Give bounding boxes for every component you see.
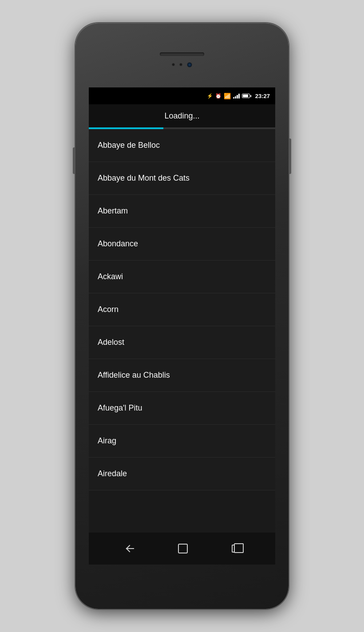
- list-item-label: Abbaye du Mont des Cats: [98, 174, 190, 183]
- loading-bar-filled: [89, 127, 163, 129]
- list-item[interactable]: Airag: [89, 425, 275, 458]
- phone-top-bezel: [75, 23, 289, 87]
- battery-icon: [242, 94, 251, 98]
- bluetooth-icon: [207, 93, 213, 99]
- sensor-dot: [172, 63, 175, 66]
- list-item[interactable]: Abertam: [89, 195, 275, 228]
- list-item[interactable]: Abondance: [89, 228, 275, 261]
- list-item-label: Abbaye de Belloc: [98, 141, 160, 150]
- front-camera: [187, 62, 192, 67]
- list-item-label: Adelost: [98, 338, 124, 347]
- status-icons: 📶 23:27: [207, 93, 270, 99]
- wifi-icon: 📶: [224, 93, 231, 99]
- speaker-grill: [160, 52, 204, 56]
- list-item[interactable]: Abbaye de Belloc: [89, 129, 275, 162]
- list-item-label: Airedale: [98, 469, 127, 478]
- list-item[interactable]: Acorn: [89, 293, 275, 326]
- list-item-label: Abertam: [98, 206, 128, 216]
- list-item-label: Afuega'l Pitu: [98, 403, 142, 413]
- list-item[interactable]: Affidelice au Chablis: [89, 359, 275, 392]
- list-item-label: Acorn: [98, 305, 119, 314]
- list-item-label: Abondance: [98, 239, 138, 249]
- signal-bars: [233, 93, 240, 99]
- loading-title: Loading...: [164, 111, 199, 121]
- back-icon: [124, 545, 134, 553]
- list-item-label: Ackawi: [98, 272, 123, 281]
- list-item[interactable]: Afuega'l Pitu: [89, 392, 275, 425]
- signal-bar-2: [235, 96, 236, 99]
- phone-screen: 📶 23:27 L: [89, 87, 275, 533]
- alarm-icon: [215, 93, 222, 99]
- phone-device: 📶 23:27 L: [75, 23, 289, 609]
- list-item[interactable]: Airedale: [89, 458, 275, 490]
- signal-bar-4: [238, 94, 240, 99]
- battery-body: [242, 94, 250, 98]
- camera-area: [172, 62, 192, 67]
- battery-fill: [243, 95, 248, 97]
- home-button[interactable]: [169, 540, 197, 557]
- list-item[interactable]: Adelost: [89, 326, 275, 359]
- list-item-label: Airag: [98, 436, 116, 446]
- recents-icon: [232, 545, 240, 553]
- recents-button[interactable]: [223, 541, 249, 556]
- signal-bar-3: [237, 95, 238, 99]
- loading-bar-container: [89, 127, 275, 129]
- sensor-dot2: [179, 63, 182, 66]
- cheese-list: Abbaye de BellocAbbaye du Mont des CatsA…: [89, 129, 275, 490]
- home-icon: [178, 544, 188, 553]
- nav-bar: [89, 533, 275, 565]
- list-item[interactable]: Ackawi: [89, 261, 275, 293]
- signal-bar-1: [233, 97, 234, 99]
- back-button[interactable]: [115, 541, 143, 556]
- list-item-label: Affidelice au Chablis: [98, 371, 170, 380]
- list-item[interactable]: Abbaye du Mont des Cats: [89, 162, 275, 195]
- status-time: 23:27: [255, 93, 270, 99]
- phone-bottom-bezel: [75, 565, 289, 609]
- action-bar: Loading...: [89, 104, 275, 127]
- battery-tip: [250, 95, 251, 97]
- status-bar: 📶 23:27: [89, 87, 275, 104]
